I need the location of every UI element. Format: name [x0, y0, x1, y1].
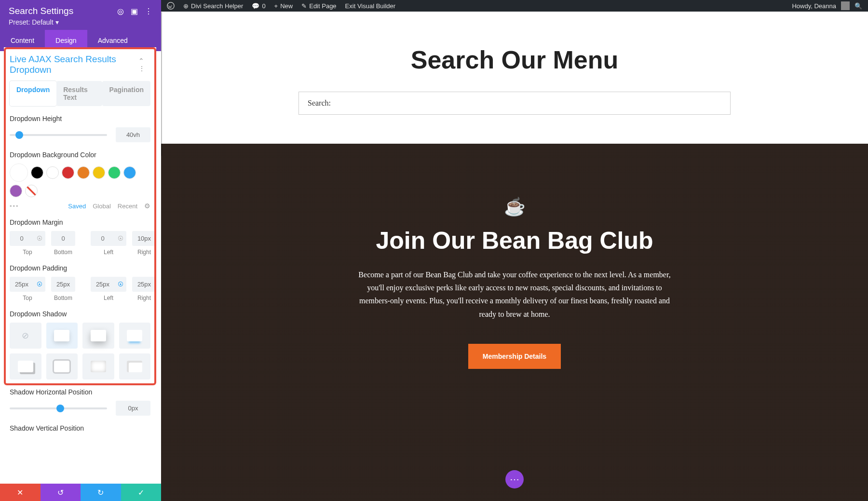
section-title[interactable]: Live AJAX Search Results Dropdown⌃ ⋮: [10, 54, 150, 75]
chevron-down-icon: ▾: [55, 18, 59, 26]
settings-title: Search Settings: [9, 6, 73, 16]
subtab-pagination[interactable]: Pagination: [102, 81, 150, 106]
shadow-opt-4[interactable]: [10, 353, 41, 379]
cta-title: Join Our Bean Bag Club: [161, 227, 868, 255]
padding-label: Dropdown Padding: [10, 264, 150, 272]
cta-section: ☕ Join Our Bean Bag Club Become a part o…: [161, 144, 868, 501]
search-module[interactable]: Search:: [298, 92, 731, 115]
membership-button[interactable]: Membership Details: [468, 344, 561, 369]
builder-fab[interactable]: ⋯: [505, 470, 524, 488]
close-button[interactable]: ✕: [0, 484, 41, 501]
save-button[interactable]: ✓: [121, 484, 162, 501]
hero-title: Search Our Menu: [161, 45, 868, 74]
padding-right[interactable]: [132, 277, 156, 292]
swatch-none[interactable]: [25, 185, 38, 197]
focus-icon[interactable]: ◎: [117, 7, 124, 16]
footer-actions: ✕ ↺ ↻ ✓: [0, 484, 161, 501]
margin-right[interactable]: [132, 231, 156, 246]
preset-selector[interactable]: Preset: Default ▾: [9, 18, 152, 26]
settings-sidebar: Search Settings ◎ ▣ ⋮ Preset: Default ▾ …: [0, 0, 161, 501]
subtab-results[interactable]: Results Text: [56, 81, 102, 106]
swatch-blue[interactable]: [123, 166, 136, 179]
color-tab-recent[interactable]: Recent: [118, 203, 137, 210]
howdy-user[interactable]: Howdy, Deanna: [792, 2, 836, 10]
height-value[interactable]: [116, 127, 150, 142]
margin-label: Dropdown Margin: [10, 218, 150, 226]
link-icon[interactable]: ⦿: [115, 281, 126, 288]
shadow-v-label: Shadow Vertical Position: [10, 424, 150, 432]
color-tab-saved[interactable]: Saved: [68, 203, 86, 210]
undo-button[interactable]: ↺: [41, 484, 81, 501]
settings-header: Search Settings ◎ ▣ ⋮ Preset: Default ▾: [0, 0, 161, 30]
link-icon[interactable]: ⦿: [34, 235, 45, 242]
menu-icon[interactable]: ⋮: [145, 7, 152, 16]
color-tab-global[interactable]: Global: [93, 203, 111, 210]
exit-builder-link[interactable]: Exit Visual Builder: [345, 2, 396, 10]
shadow-opt-1[interactable]: [46, 323, 78, 349]
shadow-label: Dropdown Shadow: [10, 310, 150, 318]
wp-logo-icon[interactable]: [167, 2, 175, 10]
search-icon[interactable]: 🔍: [854, 2, 862, 10]
shadow-opt-6[interactable]: [82, 353, 114, 379]
layout-icon[interactable]: ▣: [131, 7, 138, 16]
margin-top[interactable]: [10, 231, 34, 246]
shadow-h-label: Shadow Horizontal Position: [10, 388, 150, 396]
height-slider[interactable]: [10, 134, 107, 136]
color-settings-icon[interactable]: ⚙: [144, 202, 150, 210]
cta-body: Become a part of our Bean Bag Club and t…: [355, 268, 674, 321]
wp-admin-bar: ⊕ Divi Search Helper 💬 0 + New ✎ Edit Pa…: [161, 0, 868, 12]
shadow-opt-2[interactable]: [82, 323, 114, 349]
link-icon[interactable]: ⦿: [34, 281, 45, 288]
subtab-dropdown[interactable]: Dropdown: [10, 81, 56, 106]
margin-left[interactable]: [91, 231, 115, 246]
shadow-options: ⊘: [10, 323, 150, 379]
user-avatar-icon[interactable]: [841, 1, 850, 10]
padding-left[interactable]: [91, 277, 115, 292]
swatch-purple[interactable]: [10, 185, 22, 197]
margin-bottom[interactable]: [51, 231, 75, 246]
dropdown-height-label: Dropdown Height: [10, 115, 150, 122]
more-colors-icon[interactable]: •••: [10, 203, 19, 210]
swatch-green[interactable]: [108, 166, 121, 179]
shadow-none[interactable]: ⊘: [10, 323, 41, 349]
page-preview: Search Our Menu Search: ☕ Join Our Bean …: [161, 12, 868, 501]
edit-page-link[interactable]: ✎ Edit Page: [301, 2, 336, 10]
shadow-opt-7[interactable]: [119, 353, 151, 379]
hero-section: Search Our Menu Search:: [161, 12, 868, 144]
swatch-yellow[interactable]: [93, 166, 105, 179]
shadow-h-value[interactable]: [116, 401, 150, 416]
new-link[interactable]: + New: [274, 2, 293, 10]
swatch-orange[interactable]: [77, 166, 90, 179]
redo-button[interactable]: ↻: [81, 484, 121, 501]
padding-top[interactable]: [10, 277, 34, 292]
padding-bottom[interactable]: [51, 277, 75, 292]
comments-link[interactable]: 💬 0: [252, 2, 265, 10]
shadow-opt-5[interactable]: [46, 353, 78, 379]
shadow-h-slider[interactable]: [10, 407, 107, 409]
color-swatches: [10, 163, 150, 197]
bg-color-label: Dropdown Background Color: [10, 151, 150, 159]
design-panel: Live AJAX Search Results Dropdown⌃ ⋮ Dro…: [4, 47, 156, 484]
swatch-red[interactable]: [62, 166, 74, 179]
collapse-icon[interactable]: ⌃ ⋮: [138, 57, 150, 72]
coffee-icon: ☕: [161, 197, 868, 217]
subtabs: Dropdown Results Text Pagination: [10, 81, 150, 106]
site-link[interactable]: ⊕ Divi Search Helper: [183, 2, 243, 10]
swatch-black[interactable]: [31, 166, 43, 179]
swatch-current[interactable]: [10, 163, 28, 182]
swatch-white[interactable]: [46, 166, 59, 179]
shadow-opt-3[interactable]: [119, 323, 151, 349]
link-icon[interactable]: ⦿: [115, 235, 126, 242]
